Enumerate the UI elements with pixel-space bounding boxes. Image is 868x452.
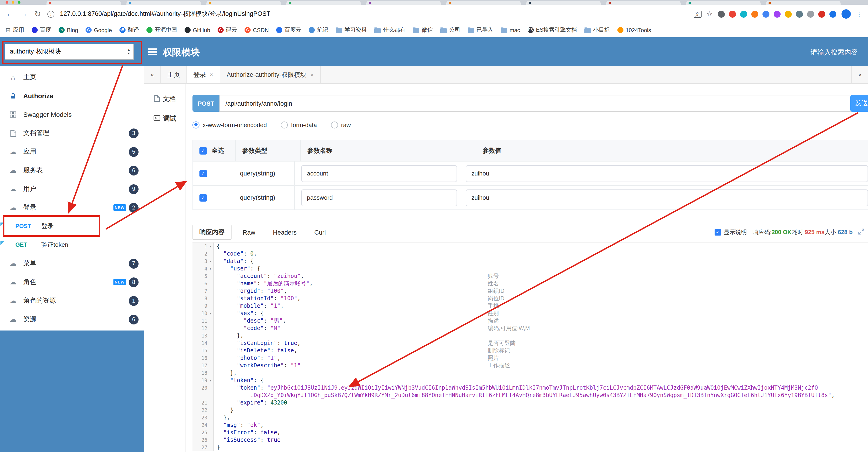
sidebar-item[interactable]: ☁登录NEW2 — [0, 198, 144, 217]
sidebar-item[interactable]: ☁服务表6 — [0, 161, 144, 180]
extension-icon[interactable] — [729, 10, 736, 18]
browser-tab[interactable] — [286, 1, 361, 5]
browser-tab[interactable] — [446, 1, 521, 5]
sidebar-item[interactable]: 文档管理3 — [0, 124, 144, 142]
profile-avatar[interactable] — [841, 9, 851, 19]
back-icon[interactable]: ← — [6, 9, 14, 19]
browser-tab[interactable] — [606, 1, 681, 5]
sidebar-item[interactable]: ☁资源6 — [0, 310, 144, 329]
bookmark-item[interactable]: G码云 — [218, 26, 237, 34]
browser-tab[interactable] — [46, 1, 121, 5]
bookmark-item[interactable]: 笔记 — [309, 26, 328, 34]
tabs-scroll-right-icon[interactable]: » — [851, 66, 868, 83]
sidebar-item[interactable]: ☁用户9 — [0, 180, 144, 198]
extension-icon[interactable] — [774, 10, 781, 18]
response-tab[interactable]: Raw — [236, 225, 262, 240]
mac-window-button[interactable] — [18, 1, 21, 4]
translate-icon[interactable]: 文 — [693, 10, 701, 18]
forward-icon[interactable]: → — [20, 9, 28, 19]
mac-window-button[interactable] — [11, 1, 14, 4]
extension-icon[interactable] — [751, 10, 758, 18]
site-info-icon[interactable]: i — [48, 10, 54, 18]
reload-icon[interactable]: ↻ — [33, 9, 42, 19]
bookmark-item[interactable]: 百度 — [32, 26, 51, 34]
bookmark-item[interactable]: 学习资料 — [336, 26, 367, 34]
bookmark-item[interactable]: 什么都有 — [374, 26, 405, 34]
show-desc-checkbox[interactable]: ✓ — [714, 229, 721, 235]
workspace-tab[interactable]: 主页 — [161, 66, 187, 83]
content-type-radio[interactable]: x-www-form-urlencoded — [192, 121, 267, 128]
bookmark-item[interactable]: bBing — [59, 27, 78, 33]
content-type-radio[interactable]: form-data — [281, 121, 317, 128]
response-tab[interactable]: 响应内容 — [192, 225, 231, 240]
content-type-radio[interactable]: raw — [331, 121, 351, 128]
bookmark-item[interactable]: 百度云 — [276, 26, 301, 34]
close-tab-icon[interactable]: × — [310, 71, 314, 78]
bookmark-item[interactable]: GGoogle — [86, 27, 112, 33]
menu-toggle-icon[interactable] — [148, 49, 157, 57]
bookmark-item[interactable]: mac — [501, 27, 520, 33]
bookmark-item[interactable]: 译翻译 — [119, 26, 139, 34]
extension-icon[interactable] — [807, 10, 814, 18]
response-tab[interactable]: Curl — [308, 225, 333, 240]
module-select[interactable]: authority-权限模块 ▲▼ — [5, 44, 134, 60]
bookmark-item[interactable]: CCSDN — [245, 27, 269, 33]
tabs-scroll-left-icon[interactable]: « — [144, 66, 161, 83]
extension-icon[interactable] — [829, 10, 836, 18]
extension-icon[interactable] — [785, 10, 792, 18]
param-name-input[interactable]: password — [301, 189, 457, 206]
extension-icon[interactable] — [740, 10, 747, 18]
param-value-input[interactable]: zuihou — [466, 189, 868, 206]
bookmark-item[interactable]: 公司 — [440, 26, 460, 34]
sidebar-item[interactable]: ☁菜单7 — [0, 254, 144, 273]
row-checkbox[interactable]: ✓ — [199, 194, 207, 201]
extension-icon[interactable] — [763, 10, 769, 18]
param-value-input[interactable]: zuihou — [466, 165, 868, 182]
sidebar-item[interactable]: ☁角色NEW8 — [0, 273, 144, 291]
response-body-editor[interactable]: 账号姓名组织ID岗位ID手机性别描述编码,可用值:W,M是否可登陆删除标记照片工… — [192, 242, 868, 451]
bookmark-item[interactable]: GitHub — [184, 27, 210, 33]
bookmark-item[interactable]: ESES搜索引擎文档 — [527, 26, 577, 34]
send-button[interactable]: 发送 — [850, 95, 868, 112]
response-tab[interactable]: Headers — [267, 225, 303, 240]
url-text[interactable]: 127.0.0.1:8760/api/gate/doc.html#/author… — [60, 10, 688, 18]
sidebar-item[interactable]: Swagger Models — [0, 105, 144, 124]
sidebar-item[interactable]: Authorize — [0, 87, 144, 105]
bookmark-star-icon[interactable]: ☆ — [707, 10, 713, 18]
bookmark-item[interactable]: 小目标 — [584, 26, 610, 34]
extension-icon[interactable] — [796, 10, 803, 18]
row-checkbox[interactable]: ✓ — [199, 170, 207, 177]
radio-icon[interactable] — [331, 121, 338, 128]
workspace-tab[interactable]: Authorize-authority-权限模块× — [220, 66, 321, 83]
browser-tab[interactable] — [366, 1, 441, 5]
sidebar-item[interactable]: ⌂主页 — [0, 68, 144, 87]
doc-nav-debug[interactable]: 调试 — [144, 109, 186, 129]
radio-icon[interactable] — [192, 121, 199, 128]
extension-icon[interactable] — [818, 10, 825, 18]
sidebar-api-get[interactable]: GET验证token — [0, 235, 144, 254]
bookmark-item[interactable]: 开源中国 — [146, 26, 177, 34]
bookmark-item[interactable]: 微信 — [413, 26, 433, 34]
sidebar-item[interactable]: ☁应用5 — [0, 142, 144, 161]
mac-window-button[interactable] — [6, 1, 8, 4]
browser-tab[interactable] — [126, 1, 201, 5]
browser-tab[interactable] — [766, 1, 841, 5]
browser-tab[interactable] — [526, 1, 601, 5]
browser-tab[interactable] — [207, 1, 281, 5]
extension-icon[interactable] — [718, 10, 725, 18]
close-tab-icon[interactable]: × — [210, 71, 213, 78]
radio-icon[interactable] — [281, 121, 288, 128]
browser-tab[interactable] — [686, 1, 761, 5]
param-name-input[interactable]: account — [301, 165, 457, 182]
sidebar-api-post[interactable]: POST登录 — [0, 217, 144, 235]
bookmark-item[interactable]: 1024Tools — [617, 27, 651, 33]
workspace-tab[interactable]: 登录× — [187, 66, 220, 83]
select-all-checkbox[interactable]: ✓ — [199, 147, 207, 154]
fullscreen-icon[interactable] — [858, 229, 864, 236]
endpoint-input[interactable]: /api/authority/anno/login — [219, 95, 854, 112]
bookmark-item[interactable]: ⊞应用 — [6, 26, 24, 34]
doc-nav-document[interactable]: 文档 — [144, 89, 186, 109]
browser-menu-icon[interactable]: ⋮ — [856, 10, 862, 18]
sidebar-item[interactable]: ☁角色的资源1 — [0, 291, 144, 310]
header-search-input[interactable]: 请输入搜索内容 — [811, 48, 858, 57]
